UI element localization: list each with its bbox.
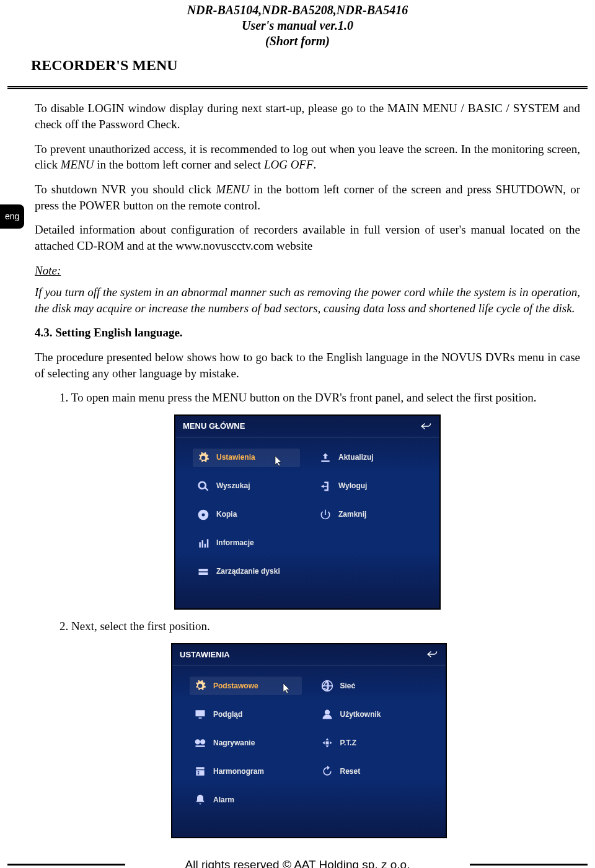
screenshot-settings-menu: USTAWIENIA Podstawowe Sieć Podgląd Użytk…	[171, 643, 447, 838]
reset-icon	[320, 765, 334, 778]
info-icon	[196, 537, 210, 550]
screenshot-main-menu: MENU GŁÓWNE Ustawienia Aktualizuj Wyszuk…	[174, 414, 441, 610]
paragraph: To prevent unauthorized access, it is re…	[35, 141, 580, 173]
update-icon	[319, 451, 332, 465]
menu-item-label: Harmonogram	[213, 766, 264, 776]
menu-item-wyloguj[interactable]: Wyloguj	[315, 477, 422, 496]
footer: All rights reserved © AAT Holding sp. z …	[7, 857, 588, 868]
paragraph: The procedure presented below shows how …	[35, 349, 580, 381]
menu-item-label: Podgląd	[213, 709, 242, 719]
subsection-heading: 4.3. Setting English language.	[35, 325, 580, 341]
note-body: If you turn off the system in an abnorma…	[35, 284, 580, 316]
paragraph: Detailed information about configuration…	[35, 222, 580, 253]
footer-rule-left	[7, 864, 125, 866]
menu-item-label: Wyszukaj	[216, 481, 250, 491]
gear-icon	[196, 451, 210, 465]
menu-item-label: Reset	[340, 766, 361, 776]
menu-item-siec[interactable]: Sieć	[317, 677, 429, 695]
disc-icon	[196, 508, 210, 522]
menu-title-bar: MENU GŁÓWNE	[175, 416, 439, 437]
menu-item-label: P.T.Z	[340, 738, 356, 748]
menu-item-alarm[interactable]: Alarm	[190, 791, 302, 809]
menu-item-zamknij[interactable]: Zamknij	[315, 506, 422, 524]
menu-item-informacje[interactable]: Informacje	[193, 534, 300, 553]
menu-item-label: Użytkownik	[340, 709, 381, 719]
step-2: 2. Next, select the first position.	[60, 618, 580, 634]
menu-item-aktualizuj[interactable]: Aktualizuj	[315, 449, 422, 467]
menu-item-label: Informacje	[216, 538, 254, 548]
menu-item-label: Podstawowe	[213, 681, 258, 691]
header-manual: User's manual ver.1.0	[0, 18, 595, 33]
back-icon[interactable]	[420, 421, 432, 431]
menu-item-ustawienia[interactable]: Ustawienia	[193, 449, 300, 467]
footer-rule-right	[470, 864, 588, 866]
footer-text: All rights reserved © AAT Holding sp. z …	[136, 857, 459, 868]
menu-item-label: Kopia	[216, 509, 237, 519]
menu-item-label: Wyloguj	[338, 481, 367, 491]
ptz-icon	[320, 736, 334, 750]
user-icon	[320, 708, 334, 721]
hdd-icon	[196, 565, 210, 579]
menu-item-label: Alarm	[213, 795, 234, 805]
menu-item-dyski[interactable]: Zarządzanie dyski	[193, 563, 422, 581]
menu-item-label: Nagrywanie	[213, 738, 255, 748]
calendar-icon	[193, 765, 207, 778]
menu-item-reset[interactable]: Reset	[317, 762, 429, 781]
menu-item-label: Zamknij	[338, 509, 366, 519]
globe-icon	[320, 679, 334, 693]
bell-icon	[193, 793, 207, 807]
language-tab: eng	[0, 204, 24, 229]
content-body: To disable LOGIN window display during n…	[35, 100, 580, 838]
doc-header: NDR-BA5104,NDR-BA5208,NDR-BA5416 User's …	[0, 2, 595, 49]
paragraph: To disable LOGIN window display during n…	[35, 100, 580, 132]
header-models: NDR-BA5104,NDR-BA5208,NDR-BA5416	[0, 2, 595, 18]
monitor-icon	[193, 708, 207, 721]
paragraph: To shutdown NVR you should click MENU in…	[35, 182, 580, 213]
power-icon	[319, 508, 332, 522]
menu-title: MENU GŁÓWNE	[183, 421, 245, 432]
menu-item-uzytkownik[interactable]: Użytkownik	[317, 705, 429, 724]
gear-icon	[193, 679, 207, 693]
divider-rule	[7, 86, 588, 89]
menu-item-podglad[interactable]: Podgląd	[190, 705, 302, 724]
menu-item-nagrywanie[interactable]: Nagrywanie	[190, 734, 302, 752]
menu-grid: Podstawowe Sieć Podgląd Użytkownik Nagry…	[172, 665, 446, 820]
menu-item-ptz[interactable]: P.T.Z	[317, 734, 429, 752]
menu-title: USTAWIENIA	[180, 649, 230, 660]
menu-item-harmonogram[interactable]: Harmonogram	[190, 762, 302, 781]
section-title: RECORDER'S MENU	[31, 55, 595, 75]
menu-item-label: Aktualizuj	[338, 452, 374, 462]
record-icon	[193, 736, 207, 750]
menu-item-kopia[interactable]: Kopia	[193, 506, 300, 524]
note-label: Note:	[35, 263, 580, 279]
menu-title-bar: USTAWIENIA	[172, 644, 446, 666]
menu-item-label: Zarządzanie dyski	[216, 566, 280, 576]
step-1: 1. To open main menu press the MENU butt…	[60, 390, 580, 406]
cursor-icon	[283, 683, 291, 694]
header-form: (Short form)	[0, 33, 595, 49]
back-icon[interactable]	[426, 649, 438, 659]
cursor-icon	[275, 455, 283, 467]
menu-item-wyszukaj[interactable]: Wyszukaj	[193, 477, 300, 496]
search-icon	[196, 480, 210, 493]
menu-item-label: Sieć	[340, 681, 356, 691]
logout-icon	[319, 480, 332, 493]
menu-item-label: Ustawienia	[216, 452, 255, 462]
menu-grid: Ustawienia Aktualizuj Wyszukaj Wyloguj K…	[175, 437, 439, 592]
